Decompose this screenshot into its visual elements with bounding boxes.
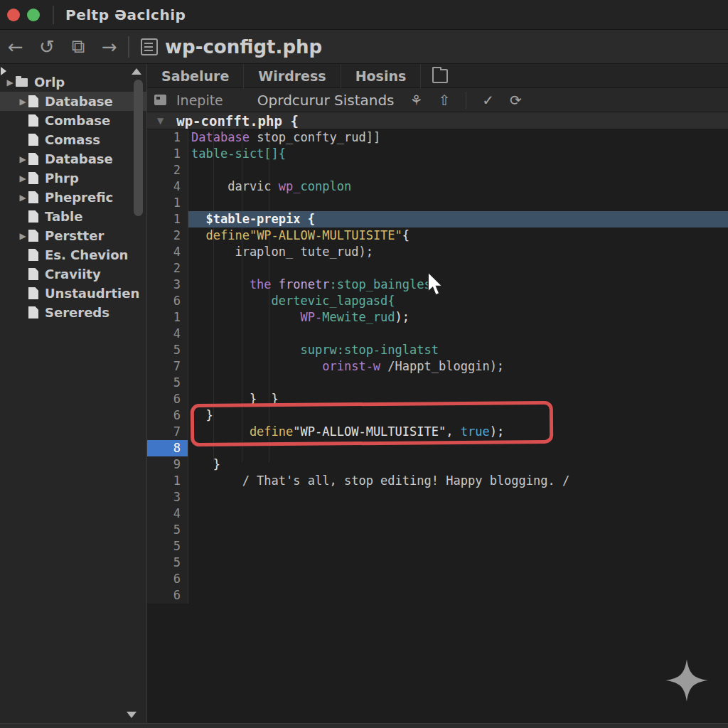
chevron-right-icon[interactable]: ▶: [4, 77, 16, 87]
scroll-up-icon[interactable]: [132, 68, 141, 75]
code-line[interactable]: 4 iraplon_ tute_rud);: [147, 244, 728, 260]
code-line[interactable]: 5 suprw:stop-inglatst: [147, 342, 728, 358]
toolbar-filename: wp-configt.php: [165, 36, 322, 58]
code-line[interactable]: 6 } }: [147, 391, 728, 407]
tree-item-label: Orlp: [34, 75, 65, 90]
chevron-right-icon[interactable]: ▶: [17, 231, 28, 241]
code-line[interactable]: 5: [147, 555, 728, 571]
check-icon[interactable]: ✓: [482, 92, 494, 109]
code-text: [188, 571, 191, 587]
code-line[interactable]: 3: [147, 489, 728, 505]
code-line[interactable]: 5: [147, 375, 728, 391]
branch-icon[interactable]: ⚘: [410, 92, 423, 109]
copy-icon[interactable]: ⧉: [63, 36, 94, 58]
code-line[interactable]: 4 darvic wp_conplon: [147, 178, 728, 195]
file-icon: [28, 172, 38, 184]
tree-item-table[interactable]: Table: [0, 207, 146, 226]
tree-item-phrp[interactable]: ▶Phrp: [0, 168, 146, 188]
code-line[interactable]: 1 / That's all, stop editing! Happy blog…: [147, 473, 728, 489]
code-text: define"WP-ALLOW-MULTUISITE", true);: [188, 424, 504, 440]
code-line[interactable]: 1table-sict[]{: [147, 146, 728, 162]
code-line[interactable]: 1 $table-prepix {: [147, 211, 728, 228]
code-line[interactable]: 6: [147, 587, 728, 604]
back-icon[interactable]: ←: [0, 36, 31, 58]
line-number: 1: [147, 195, 188, 211]
tree-item-pheprefic[interactable]: ▶Pheprefic: [0, 188, 146, 207]
tree-item-database[interactable]: ▶Database: [0, 149, 146, 168]
sparkle-icon: [665, 658, 709, 702]
code-text: the fronetr:stop_baingles:: [188, 277, 439, 293]
code-line[interactable]: 6: [147, 571, 728, 587]
tree-item-unstaudrtien[interactable]: Unstaudrtien: [0, 284, 146, 303]
file-icon: [28, 287, 38, 299]
tree-item-label: Perstter: [45, 228, 104, 243]
line-number: 2: [147, 260, 188, 277]
chevron-right-icon[interactable]: ▶: [17, 97, 28, 107]
maximize-window-button[interactable]: [27, 9, 40, 21]
line-number: 3: [147, 277, 188, 293]
tree-item-comass[interactable]: Comass: [0, 130, 146, 149]
file-icon: [28, 306, 38, 318]
code-line[interactable]: 7 define"WP-ALLOW-MULTUISITE", true);: [147, 424, 728, 440]
code-line[interactable]: 2 define"WP-ALLOW-MULTUISITE"{: [147, 228, 728, 244]
tree-item-serereds[interactable]: Serereds: [0, 303, 146, 322]
sidebar-scrollbar-thumb[interactable]: [134, 80, 143, 216]
code-line[interactable]: 5: [147, 522, 728, 538]
line-number: 4: [147, 505, 188, 522]
chevron-right-icon[interactable]: ▶: [17, 173, 28, 183]
panel-icon[interactable]: [154, 95, 166, 105]
line-number: 2: [147, 162, 188, 178]
line-number: 8: [147, 440, 188, 456]
forward-icon[interactable]: →: [94, 36, 125, 58]
code-text: [188, 522, 191, 538]
tree-item-label: Unstaudrtien: [45, 286, 139, 301]
code-line[interactable]: 7 orinst-w /Happt_bloggin);: [147, 358, 728, 375]
tree-item-label: Comass: [45, 132, 100, 147]
file-tree: ▶Orlp▶DatabaseCombaseComass▶Database▶Phr…: [0, 73, 146, 322]
tree-item-combase[interactable]: Combase: [0, 111, 146, 130]
code-editor[interactable]: 1Database stop_confty_rud]]1table-sict[]…: [147, 129, 728, 728]
code-text: [188, 538, 191, 555]
bottom-bar: [0, 723, 728, 728]
code-line[interactable]: 6 }: [147, 407, 728, 424]
code-text: } }: [188, 391, 279, 407]
run-configuration-select[interactable]: Oprdcurur Sistands: [257, 92, 395, 109]
code-line[interactable]: 8: [147, 440, 728, 456]
code-text: table-sict[]{: [188, 146, 286, 162]
tab-hosins[interactable]: Hosins: [341, 64, 422, 88]
code-text: [188, 195, 191, 211]
upload-icon[interactable]: ⇧: [438, 92, 450, 109]
tree-item-orlp[interactable]: ▶Orlp: [0, 73, 146, 92]
tree-item-perstter[interactable]: ▶Perstter: [0, 226, 146, 245]
code-line[interactable]: 4: [147, 505, 728, 522]
tree-item-label: Table: [45, 209, 82, 224]
chevron-right-icon[interactable]: ▶: [17, 193, 28, 203]
code-line[interactable]: 1 WP-Mewite_rud);: [147, 309, 728, 326]
refresh-icon[interactable]: ↺: [31, 36, 63, 58]
scroll-down-icon[interactable]: [127, 712, 136, 718]
close-window-button[interactable]: [7, 9, 20, 21]
tree-item-craviity[interactable]: Craviity: [0, 264, 146, 284]
sync-icon[interactable]: ⟳: [510, 92, 522, 109]
chevron-right-icon[interactable]: ▶: [17, 154, 28, 164]
code-line[interactable]: 2: [147, 162, 728, 178]
line-number: 5: [147, 538, 188, 555]
fold-arrow-icon[interactable]: ▼: [157, 116, 164, 126]
tab-wirdress[interactable]: Wirdress: [244, 64, 341, 88]
code-line[interactable]: 5: [147, 538, 728, 555]
tree-item-database[interactable]: ▶Database: [0, 92, 146, 111]
line-number: 5: [147, 555, 188, 571]
code-text: dertevic_lapgasd{: [188, 293, 395, 309]
line-number: 5: [147, 342, 188, 358]
code-line[interactable]: 4: [147, 326, 728, 342]
code-line[interactable]: 9 }: [147, 456, 728, 473]
code-line[interactable]: 1: [147, 195, 728, 211]
line-number: 1: [147, 473, 188, 489]
tree-item-es-chevion[interactable]: Es. Chevion: [0, 245, 146, 264]
file-icon: [28, 191, 38, 203]
code-line[interactable]: 1Database stop_confty_rud]]: [147, 129, 728, 146]
tab-sabelure[interactable]: Sabelure: [147, 64, 244, 88]
line-number: 3: [147, 489, 188, 505]
new-tab-icon[interactable]: [432, 69, 448, 83]
code-text: }: [188, 407, 213, 424]
